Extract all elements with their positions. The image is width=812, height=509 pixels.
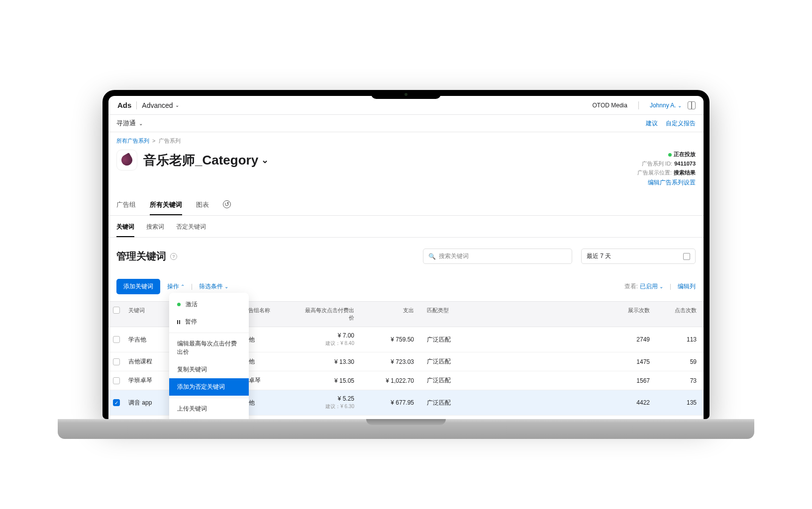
custom-report-link[interactable]: 自定义报告 bbox=[666, 119, 696, 128]
divider bbox=[638, 101, 639, 109]
edit-columns-link[interactable]: 编辑列 bbox=[678, 282, 696, 291]
cell-impressions: 1475 bbox=[463, 353, 654, 370]
section-title: 管理关键词 bbox=[116, 250, 166, 263]
panel-toggle-icon[interactable] bbox=[688, 101, 696, 109]
col-match[interactable]: 匹配类型 bbox=[418, 302, 463, 327]
mode-selector[interactable]: Advanced ⌄ bbox=[142, 101, 179, 109]
tab-all-keywords[interactable]: 所有关键词 bbox=[150, 196, 182, 215]
cell-taps: 73 bbox=[654, 372, 704, 389]
cell-impressions: 2749 bbox=[463, 331, 654, 348]
dd-activate[interactable]: 激活 bbox=[169, 296, 249, 313]
cell-spend: ¥ 677.95 bbox=[358, 394, 418, 411]
divider bbox=[670, 284, 671, 290]
chevron-down-icon: ⌄ bbox=[139, 121, 143, 126]
leaf-icon bbox=[119, 153, 134, 168]
cell-keyword[interactable]: 调音 app bbox=[124, 394, 174, 412]
col-spend[interactable]: 支出 bbox=[358, 302, 418, 327]
tab-charts[interactable]: 图表 bbox=[196, 196, 209, 215]
view-filter[interactable]: 已启用 ⌄ bbox=[640, 282, 663, 291]
view-label: 查看: bbox=[624, 282, 638, 291]
row-checkbox[interactable] bbox=[113, 336, 120, 343]
cell-bid[interactable]: ¥ 5.25建议：¥ 6.30 bbox=[299, 390, 358, 415]
filters-button[interactable]: 筛选条件 ⌄ bbox=[199, 282, 228, 291]
actions-dropdown: 激活 暂停 编辑最高每次点击付费出价 复制关键词 添加为否定关键词 上传关键词 … bbox=[169, 293, 249, 419]
main-tabs: 广告组 所有关键词 图表 bbox=[108, 196, 704, 216]
dd-upload[interactable]: 上传关键词 bbox=[169, 400, 249, 418]
cell-spend: ¥ 1,022.70 bbox=[358, 372, 418, 389]
cell-bid[interactable]: ¥ 13.30 bbox=[299, 353, 358, 370]
subtab-search-terms[interactable]: 搜索词 bbox=[146, 221, 164, 237]
header-right: OTOD Media Johnny A. ⌄ bbox=[592, 101, 696, 109]
manage-row: 管理关键词 ? 🔍 搜索关键词 最近 7 天 bbox=[108, 238, 704, 275]
chevron-down-icon: ⌄ bbox=[659, 284, 663, 289]
cell-match: 广泛匹配 bbox=[418, 394, 463, 412]
cell-keyword[interactable]: 学班卓琴 bbox=[124, 371, 174, 390]
cell-bid[interactable]: ¥ 15.05 bbox=[299, 372, 358, 389]
cell-impressions: 1567 bbox=[463, 372, 654, 389]
actions-dropdown-button[interactable]: 操作 ⌃ bbox=[167, 282, 185, 291]
row-checkbox[interactable] bbox=[113, 358, 120, 365]
dd-edit-bid[interactable]: 编辑最高每次点击付费出价 bbox=[169, 335, 249, 361]
divider bbox=[169, 398, 249, 398]
sub-header: 寻游通 ⌄ 建议 自定义报告 bbox=[108, 115, 704, 132]
status-dot-icon bbox=[668, 153, 672, 157]
cell-impressions: 4422 bbox=[463, 394, 654, 411]
edit-campaign-link[interactable]: 编辑广告系列设置 bbox=[648, 179, 696, 186]
cell-match: 广泛匹配 bbox=[418, 371, 463, 390]
app-selector[interactable]: 寻游通 ⌄ bbox=[116, 119, 143, 128]
date-range-value: 最近 7 天 bbox=[587, 252, 611, 260]
cell-keyword[interactable]: 吉他课程 bbox=[124, 352, 174, 371]
meta-id-label: 广告系列 ID: bbox=[642, 161, 672, 167]
screen: Ads Advanced ⌄ OTOD Media Johnny A. ⌄ 寻游… bbox=[108, 96, 704, 419]
cell-match: 广泛匹配 bbox=[418, 352, 463, 371]
subtab-negative[interactable]: 否定关键词 bbox=[176, 221, 206, 237]
cell-taps: 59 bbox=[654, 353, 704, 370]
campaign-meta: 正在投放 广告系列 ID:9411073 广告展示位置:搜索结果 编辑广告系列设… bbox=[637, 150, 696, 187]
cell-taps: 113 bbox=[654, 331, 704, 348]
cell-bid[interactable]: ¥ 7.00建议：¥ 8.40 bbox=[299, 327, 358, 352]
chevron-down-icon: ⌄ bbox=[261, 155, 269, 166]
breadcrumb: 所有广告系列 > 广告系列 bbox=[108, 132, 704, 147]
app-icon bbox=[116, 150, 137, 170]
select-all-checkbox[interactable] bbox=[113, 307, 120, 314]
date-range-picker[interactable]: 最近 7 天 bbox=[581, 249, 696, 264]
breadcrumb-current: 广告系列 bbox=[159, 138, 181, 144]
page-title: 音乐老师_Category bbox=[143, 152, 258, 169]
tab-history[interactable] bbox=[223, 196, 231, 215]
chevron-down-icon: ⌄ bbox=[175, 102, 179, 108]
dd-download-kw[interactable]: 下载关键词 bbox=[169, 418, 249, 419]
user-menu[interactable]: Johnny A. ⌄ bbox=[650, 102, 682, 109]
sub-tabs: 关键词 搜索词 否定关键词 bbox=[108, 216, 704, 238]
tab-adgroups[interactable]: 广告组 bbox=[116, 196, 136, 215]
col-impressions[interactable]: 展示次数 bbox=[463, 302, 654, 327]
meta-id-value: 9411073 bbox=[674, 161, 696, 167]
org-name[interactable]: OTOD Media bbox=[592, 102, 627, 109]
status-badge: 正在投放 bbox=[674, 151, 696, 157]
table-toolbar: 添加关键词 操作 ⌃ 筛选条件 ⌄ 查看: 已启用 ⌄ 编辑列 激活 暂停 编辑… bbox=[108, 275, 704, 301]
breadcrumb-root[interactable]: 所有广告系列 bbox=[116, 138, 149, 144]
search-icon: 🔍 bbox=[428, 253, 436, 260]
cell-spend: ¥ 723.03 bbox=[358, 353, 418, 370]
pause-icon bbox=[177, 320, 180, 324]
dd-pause[interactable]: 暂停 bbox=[169, 313, 249, 331]
col-keyword[interactable]: 关键词 bbox=[124, 302, 174, 327]
add-keyword-button[interactable]: 添加关键词 bbox=[116, 279, 160, 294]
campaign-title-area: 音乐老师_Category ⌄ 正在投放 广告系列 ID:9411073 广告展… bbox=[108, 147, 704, 196]
col-bid[interactable]: 最高每次点击付费出价 bbox=[299, 302, 358, 327]
meta-placement-label: 广告展示位置: bbox=[637, 170, 672, 175]
chevron-down-icon: ⌄ bbox=[678, 103, 682, 108]
campaign-title[interactable]: 音乐老师_Category ⌄ bbox=[143, 152, 269, 169]
search-input[interactable]: 🔍 搜索关键词 bbox=[423, 249, 572, 264]
row-checkbox[interactable]: ✓ bbox=[113, 399, 120, 406]
suggestions-link[interactable]: 建议 bbox=[646, 119, 658, 128]
dd-add-negative[interactable]: 添加为否定关键词 bbox=[169, 378, 249, 396]
status-dot-icon bbox=[177, 303, 181, 306]
dd-copy-keyword[interactable]: 复制关键词 bbox=[169, 361, 249, 378]
col-taps[interactable]: 点击次数 bbox=[654, 302, 704, 327]
row-checkbox[interactable] bbox=[113, 377, 120, 384]
chevron-down-icon: ⌄ bbox=[224, 284, 228, 289]
subtab-keywords[interactable]: 关键词 bbox=[116, 221, 134, 237]
cell-keyword[interactable]: 学吉他 bbox=[124, 331, 174, 349]
help-icon[interactable]: ? bbox=[170, 253, 177, 260]
brand-logo[interactable]: Ads bbox=[116, 101, 131, 109]
